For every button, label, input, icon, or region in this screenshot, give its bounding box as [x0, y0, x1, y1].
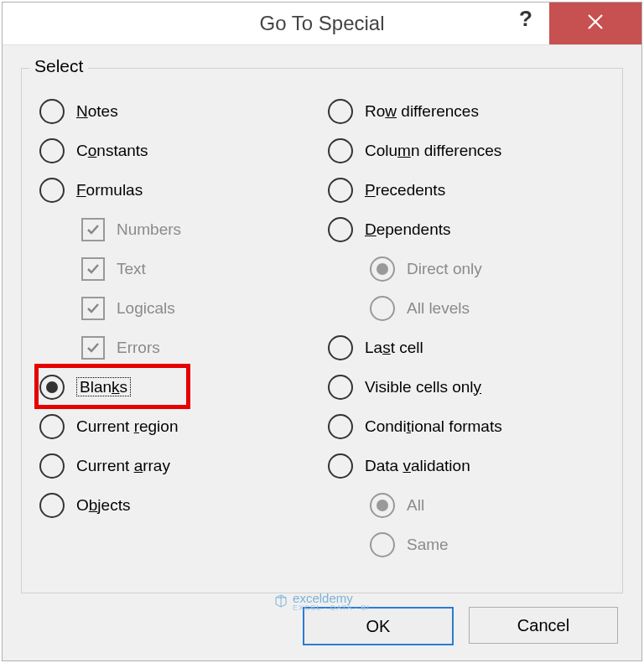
option-all-levels: All levels [328, 288, 616, 328]
radio-icon [39, 375, 65, 400]
radio-icon [328, 217, 353, 242]
dialog-title: Go To Special [260, 12, 385, 35]
label: Numbers [117, 220, 181, 239]
label: Notes [76, 102, 118, 121]
option-same: Same [328, 525, 616, 564]
label: Logicals [117, 299, 175, 318]
checkbox-icon [81, 297, 105, 320]
option-last-cell[interactable]: Last cell [328, 328, 616, 367]
watermark-brand: exceldemy [293, 592, 370, 604]
radio-icon [39, 414, 65, 439]
label: All levels [407, 299, 470, 318]
label: Text [117, 260, 146, 278]
label: Blanks [76, 378, 131, 396]
goto-special-dialog: Go To Special ? Select Notes Constants F… [2, 2, 642, 661]
option-direct-only: Direct only [328, 249, 616, 288]
option-blanks[interactable]: Blanks [39, 367, 328, 407]
cancel-button[interactable]: Cancel [469, 607, 618, 644]
radio-icon [39, 493, 65, 518]
label: Current region [76, 417, 178, 436]
radio-icon [328, 335, 353, 360]
label: Errors [117, 339, 160, 357]
option-column-differences[interactable]: Column differences [328, 131, 616, 170]
label: Conditional formats [365, 417, 502, 436]
option-visible-cells[interactable]: Visible cells only [328, 367, 616, 407]
label: Direct only [407, 260, 482, 278]
option-data-validation[interactable]: Data validation [328, 446, 616, 485]
radio-icon [328, 453, 353, 479]
label: All [407, 496, 424, 515]
option-errors: Errors [39, 328, 328, 367]
options-columns: Notes Constants Formulas Numbers Text Lo… [39, 91, 616, 564]
radio-icon [39, 138, 65, 163]
label: Last cell [365, 339, 423, 357]
label: Dependents [365, 220, 450, 239]
option-text: Text [39, 249, 328, 288]
label: Current array [76, 457, 170, 475]
right-column: Row differences Column differences Prece… [328, 91, 616, 564]
option-dependents[interactable]: Dependents [328, 210, 616, 249]
option-current-region[interactable]: Current region [39, 407, 328, 446]
option-formulas[interactable]: Formulas [39, 170, 328, 210]
radio-icon [328, 414, 353, 439]
label: Data validation [365, 457, 470, 475]
radio-icon [370, 256, 395, 282]
option-objects[interactable]: Objects [39, 485, 328, 525]
option-logicals: Logicals [39, 288, 328, 328]
label: Same [407, 536, 449, 554]
label: Visible cells only [365, 378, 481, 396]
radio-icon [39, 178, 65, 203]
option-precedents[interactable]: Precedents [328, 170, 616, 210]
help-icon[interactable]: ? [519, 6, 532, 32]
label: Precedents [365, 181, 445, 199]
label: Objects [76, 496, 130, 515]
radio-icon [328, 375, 353, 400]
group-label: Select [29, 56, 88, 76]
ok-button[interactable]: OK [303, 607, 454, 645]
label: Column differences [365, 142, 501, 160]
label: Formulas [76, 181, 143, 199]
radio-icon [370, 296, 395, 321]
option-numbers: Numbers [39, 210, 328, 249]
titlebar: Go To Special ? [3, 3, 641, 45]
option-notes[interactable]: Notes [39, 91, 328, 131]
radio-icon [370, 532, 395, 557]
button-row: OK Cancel [303, 607, 618, 645]
radio-icon [328, 99, 353, 124]
radio-icon [328, 178, 353, 203]
option-conditional-formats[interactable]: Conditional formats [328, 407, 616, 446]
option-all: All [328, 485, 616, 525]
label: Row differences [365, 102, 479, 121]
radio-icon [370, 493, 395, 518]
checkbox-icon [81, 257, 105, 281]
close-icon [586, 13, 605, 35]
label: Constants [76, 142, 148, 160]
option-current-array[interactable]: Current array [39, 446, 328, 485]
checkbox-icon [81, 336, 105, 360]
radio-icon [39, 453, 65, 479]
checkbox-icon [81, 218, 105, 241]
left-column: Notes Constants Formulas Numbers Text Lo… [39, 91, 328, 564]
radio-icon [328, 138, 353, 163]
option-row-differences[interactable]: Row differences [328, 91, 616, 131]
option-constants[interactable]: Constants [39, 131, 328, 170]
cube-icon [274, 594, 288, 610]
close-button[interactable] [549, 3, 641, 44]
radio-icon [39, 99, 65, 124]
